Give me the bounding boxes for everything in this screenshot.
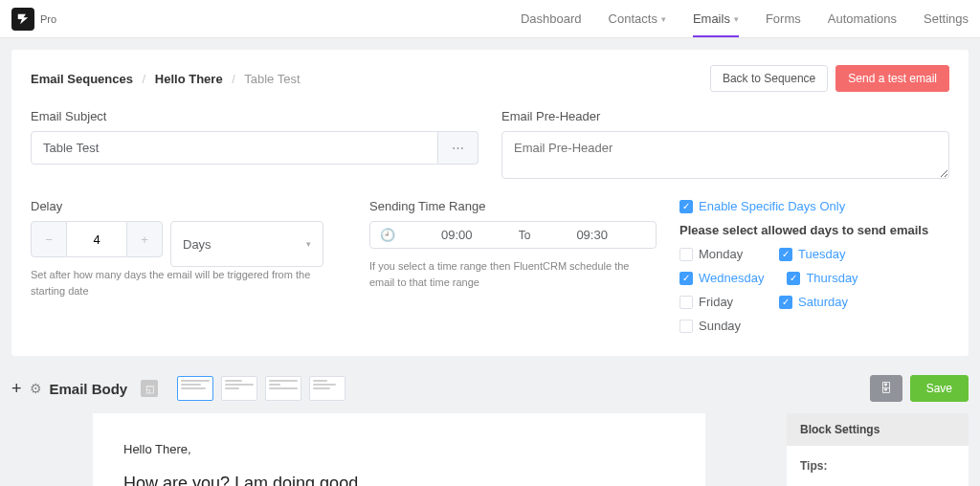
day-checkbox-sunday[interactable] bbox=[679, 320, 693, 333]
chevron-down-icon: ▾ bbox=[661, 14, 666, 24]
breadcrumb-seq[interactable]: Hello There bbox=[155, 72, 223, 86]
day-label-sunday[interactable]: Sunday bbox=[699, 319, 741, 333]
template-thumb-4[interactable] bbox=[309, 376, 345, 401]
delay-label: Delay bbox=[31, 199, 346, 213]
template-thumb-2[interactable] bbox=[221, 376, 257, 401]
day-label-monday[interactable]: Monday bbox=[699, 247, 743, 261]
time-range-picker[interactable]: 🕘 09:00 To 09:30 bbox=[369, 221, 657, 249]
settings-icon[interactable]: ⚙ bbox=[30, 381, 42, 396]
enable-specific-days-checkbox[interactable] bbox=[679, 200, 693, 213]
body-badge: ◱ bbox=[141, 380, 158, 397]
time-to-label: To bbox=[511, 229, 539, 242]
day-checkbox-friday[interactable] bbox=[679, 296, 693, 309]
block-settings-header: Block Settings bbox=[787, 413, 969, 446]
subject-more-button[interactable]: ⋯ bbox=[438, 131, 479, 165]
back-to-sequence-button[interactable]: Back to Sequence bbox=[710, 65, 828, 92]
day-label-saturday[interactable]: Saturday bbox=[798, 295, 848, 309]
breadcrumb-root[interactable]: Email Sequences bbox=[31, 72, 133, 86]
day-checkbox-wednesday[interactable] bbox=[679, 272, 693, 285]
day-checkbox-tuesday[interactable] bbox=[779, 248, 792, 261]
time-to-value[interactable]: 09:30 bbox=[538, 228, 646, 242]
days-prompt: Please select allowed days to send email… bbox=[679, 223, 949, 237]
nav-settings[interactable]: Settings bbox=[924, 0, 969, 37]
clock-icon: 🕘 bbox=[380, 228, 395, 242]
time-range-label: Sending Time Range bbox=[369, 199, 657, 213]
email-body-title: Email Body bbox=[50, 381, 128, 397]
delay-stepper[interactable]: − + bbox=[31, 221, 163, 257]
email-greeting: Hello There, bbox=[123, 440, 675, 460]
nav-contacts[interactable]: Contacts▾ bbox=[609, 0, 666, 37]
save-button[interactable]: Save bbox=[910, 375, 969, 402]
archive-button[interactable]: 🗄 bbox=[870, 375, 902, 402]
day-label-friday[interactable]: Friday bbox=[699, 295, 733, 309]
nav-dashboard[interactable]: Dashboard bbox=[521, 0, 582, 37]
delay-decrement-button[interactable]: − bbox=[31, 221, 67, 257]
app-logo[interactable] bbox=[11, 8, 34, 31]
email-heading: How are you? I am doing good bbox=[123, 474, 675, 486]
chevron-down-icon: ▾ bbox=[734, 14, 739, 24]
email-subject-input[interactable] bbox=[31, 131, 438, 165]
delay-value-input[interactable] bbox=[67, 221, 126, 257]
day-label-tuesday[interactable]: Tuesday bbox=[798, 247, 845, 261]
nav-forms[interactable]: Forms bbox=[766, 0, 801, 37]
time-range-help-text: If you select a time range then FluentCR… bbox=[369, 258, 657, 290]
day-label-thursday[interactable]: Thursday bbox=[806, 271, 858, 285]
email-subject-label: Email Subject bbox=[31, 109, 479, 123]
send-test-email-button[interactable]: Send a test email bbox=[835, 65, 949, 92]
enable-specific-days-label[interactable]: Enable Specific Days Only bbox=[699, 199, 845, 213]
day-checkbox-saturday[interactable] bbox=[779, 296, 792, 309]
breadcrumb: Email Sequences / Hello There / Table Te… bbox=[31, 72, 301, 86]
time-from-value[interactable]: 09:00 bbox=[403, 228, 511, 242]
chevron-down-icon: ▾ bbox=[306, 239, 311, 249]
email-preheader-label: Email Pre-Header bbox=[501, 109, 949, 123]
template-thumb-1[interactable] bbox=[177, 376, 213, 401]
day-checkbox-monday[interactable] bbox=[679, 248, 693, 261]
email-preheader-input[interactable] bbox=[501, 131, 949, 179]
breadcrumb-step: Table Test bbox=[244, 72, 300, 86]
nav-automations[interactable]: Automations bbox=[828, 0, 897, 37]
nav-emails[interactable]: Emails▾ bbox=[693, 0, 739, 37]
tips-title: Tips: bbox=[800, 459, 955, 473]
template-thumb-3[interactable] bbox=[265, 376, 301, 401]
add-block-button[interactable]: + bbox=[11, 379, 22, 399]
email-body-canvas[interactable]: Hello There, How are you? I am doing goo… bbox=[93, 413, 705, 486]
pro-badge: Pro bbox=[40, 13, 56, 25]
delay-increment-button[interactable]: + bbox=[126, 221, 163, 257]
delay-unit-select[interactable]: Days ▾ bbox=[170, 221, 323, 267]
day-checkbox-thursday[interactable] bbox=[787, 272, 800, 285]
delay-help-text: Set after how many days the email will b… bbox=[31, 267, 346, 298]
day-label-wednesday[interactable]: Wednesday bbox=[699, 271, 764, 285]
